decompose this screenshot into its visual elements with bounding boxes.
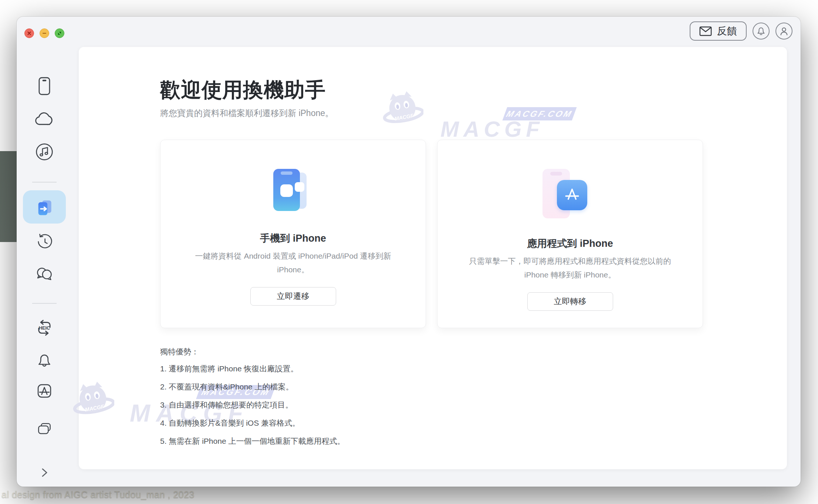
history-clock-icon — [35, 232, 54, 251]
cloud-icon — [34, 110, 55, 128]
sidebar-item-icloud[interactable] — [17, 108, 72, 130]
advantage-item: 1. 遷移前無需將 iPhone 恢復出廠設置。 — [160, 363, 735, 374]
card-description: 一鍵將資料從 Android 裝置或 iPhone/iPad/iPod 遷移到新… — [182, 249, 404, 277]
appstore-icon — [34, 381, 54, 401]
advantages-heading: 獨特優勢： — [160, 347, 735, 357]
advantage-item: 3. 自由選擇和傳輸您想要的特定項目。 — [160, 399, 735, 411]
phone-screen-tile — [295, 182, 304, 192]
heic-converter-icon: HEIC — [34, 317, 55, 338]
transfer-now-button[interactable]: 立即轉移 — [527, 292, 613, 311]
sidebar: HEIC — [17, 17, 72, 487]
advantage-item: 5. 無需在新 iPhone 上一個一個地重新下載應用程式。 — [160, 436, 735, 447]
sidebar-item-device-manager[interactable] — [17, 75, 72, 97]
advantage-item: 4. 自動轉換影片&音樂到 iOS 兼容格式。 — [160, 418, 735, 429]
phone-notch — [550, 172, 562, 176]
page-subtitle: 將您寶貴的資料和檔案順利遷移到新 iPhone。 — [160, 108, 735, 119]
sidebar-divider — [32, 303, 57, 304]
advantages-section: 獨特優勢： 1. 遷移前無需將 iPhone 恢復出廠設置。 2. 不覆蓋現有資… — [160, 347, 735, 447]
bell-icon — [756, 26, 766, 36]
card-title: 手機到 iPhone — [260, 232, 326, 245]
chat-bubbles-icon — [34, 265, 54, 283]
music-icon — [34, 142, 54, 162]
windows-stack-icon — [35, 420, 54, 437]
envelope-icon — [699, 26, 712, 36]
sidebar-item-app-manager[interactable] — [17, 380, 72, 402]
app-window: 反饋 — [17, 17, 801, 487]
iphone-icon — [36, 76, 53, 96]
chevron-right-icon — [39, 466, 50, 479]
phone-screen-tile — [280, 184, 293, 197]
sidebar-divider — [32, 182, 57, 183]
phone-notch — [281, 171, 293, 175]
user-icon — [779, 26, 789, 36]
topbar-actions: 反饋 — [690, 21, 792, 41]
sidebar-item-backup-restore[interactable] — [17, 230, 72, 252]
apps-to-iphone-illustration — [542, 169, 598, 218]
phone-to-iphone-illustration — [264, 169, 323, 213]
migrate-now-button[interactable]: 立即遷移 — [250, 287, 336, 306]
advantages-list: 1. 遷移前無需將 iPhone 恢復出廠設置。 2. 不覆蓋現有資料&iPho… — [160, 363, 735, 447]
card-phone-to-iphone[interactable]: 手機到 iPhone 一鍵將資料從 Android 裝置或 iPhone/iPa… — [160, 140, 426, 328]
feedback-button[interactable]: 反饋 — [690, 21, 747, 41]
sidebar-item-itunes[interactable] — [17, 141, 72, 163]
sidebar-item-heic-converter[interactable]: HEIC — [17, 317, 72, 339]
appstore-a-icon — [562, 185, 582, 205]
sidebar-expand-button[interactable] — [17, 462, 72, 484]
page-title: 歡迎使用換機助手 — [160, 78, 735, 102]
main-panel: 歡迎使用換機助手 將您寶貴的資料和檔案順利遷移到新 iPhone。 手機到 iP… — [79, 47, 787, 469]
feature-cards: 手機到 iPhone 一鍵將資料從 Android 裝置或 iPhone/iPa… — [160, 140, 735, 328]
feedback-label: 反饋 — [717, 24, 737, 38]
desktop-credit-text: al design from AIGC artist Tudou_man , 2… — [1, 489, 195, 500]
notifications-button[interactable] — [753, 23, 770, 40]
sidebar-item-phone-transfer[interactable] — [23, 190, 66, 224]
account-button[interactable] — [775, 23, 792, 40]
card-description: 只需單擊一下，即可將應用程式和應用程式資料從您以前的 iPhone 轉移到新 i… — [459, 255, 681, 282]
appstore-badge — [557, 180, 587, 210]
bell-icon — [35, 350, 54, 370]
sidebar-item-ringtone-maker[interactable] — [17, 348, 72, 371]
advantage-item: 2. 不覆蓋現有資料&iPhone 上的檔案。 — [160, 381, 735, 392]
card-title: 應用程式到 iPhone — [527, 237, 613, 250]
phone-transfer-icon — [34, 197, 55, 217]
sidebar-item-social-messages[interactable] — [17, 263, 72, 285]
heic-label: HEIC — [39, 325, 50, 331]
sidebar-item-more-tools[interactable] — [17, 418, 72, 440]
card-apps-to-iphone[interactable]: 應用程式到 iPhone 只需單擊一下，即可將應用程式和應用程式資料從您以前的 … — [437, 140, 703, 328]
